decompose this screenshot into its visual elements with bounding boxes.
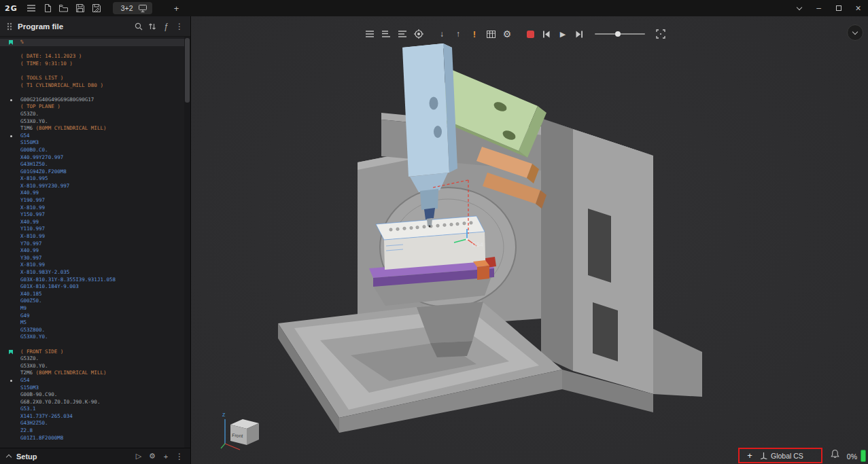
code-line[interactable]: X40.99 — [0, 190, 190, 197]
compact-view-button[interactable] — [395, 26, 410, 41]
code-line[interactable]: G00B0.C0. — [0, 147, 190, 154]
setup-menu-button[interactable]: ⋮ — [173, 450, 186, 463]
simulation-speed-slider[interactable] — [595, 26, 645, 41]
code-line[interactable]: G53Z0. — [0, 111, 190, 118]
scrollbar-thumb[interactable] — [185, 38, 190, 103]
warnings-button[interactable]: ! — [467, 26, 482, 41]
fullscreen-button[interactable] — [653, 26, 668, 41]
close-button[interactable]: × — [848, 0, 868, 16]
add-cs-button[interactable]: + — [740, 450, 760, 461]
drag-handle-icon[interactable] — [7, 22, 12, 31]
code-line[interactable]: Y110.997 — [0, 226, 190, 233]
code-line[interactable]: X-810.983Y-2.035 — [0, 269, 190, 276]
code-line[interactable]: G68.2X0.Y0.Z0.I0.J90.K-90. — [0, 399, 190, 406]
code-line[interactable]: Y30.997 — [0, 255, 190, 262]
code-line[interactable] — [0, 67, 190, 75]
code-line[interactable]: S150M3 — [0, 139, 190, 147]
skip-to-end-button[interactable] — [572, 26, 587, 41]
code-line[interactable]: ( DATE: 14.11.2023 ) — [0, 53, 190, 60]
panel-menu-button[interactable]: ⋮ — [173, 20, 186, 33]
code-line[interactable]: G43H2Z50. — [0, 420, 190, 427]
code-line[interactable]: G53Z800. — [0, 327, 190, 334]
code-line[interactable]: ( TOOLS LIST ) — [0, 75, 190, 82]
code-line[interactable]: G01Z1.8F2000M8 — [0, 435, 190, 442]
setup-settings-button[interactable]: ⚙ — [145, 450, 159, 463]
code-line[interactable]: G00B-90.C90. — [0, 391, 190, 399]
code-line[interactable]: M5 — [0, 319, 190, 327]
code-line[interactable]: Y190.997 — [0, 197, 190, 204]
format-button[interactable]: ƒ — [159, 20, 173, 33]
code-line[interactable]: Z2.8 — [0, 427, 190, 435]
code-line[interactable]: ( TIME: 9:31:10 ) — [0, 60, 190, 68]
code-line[interactable]: ( FRONT SIDE ) — [0, 349, 190, 356]
code-line[interactable]: M9 — [0, 305, 190, 313]
focus-tool-button[interactable] — [411, 26, 426, 41]
code-line[interactable]: X-810.99 — [0, 204, 190, 212]
save-as-button[interactable] — [88, 0, 105, 16]
code-line[interactable] — [0, 89, 190, 96]
new-tab-button[interactable]: + — [170, 3, 184, 14]
slider-knob[interactable] — [615, 31, 621, 37]
program-tab[interactable]: 3+2 — [113, 2, 152, 14]
simulation-settings-button[interactable]: ⚙ — [500, 26, 515, 41]
step-up-button[interactable]: ↑ — [451, 26, 466, 41]
code-line[interactable]: T2M6 (80MM CYLINDRICAL MILL) — [0, 370, 190, 377]
view-cube[interactable]: Z Front — [220, 410, 268, 452]
code-line[interactable]: G49 — [0, 313, 190, 320]
stop-button[interactable] — [523, 26, 538, 41]
viewport-options-button[interactable] — [847, 24, 863, 41]
menu-button[interactable] — [23, 0, 39, 16]
code-line[interactable]: G53.1 — [0, 406, 190, 413]
machine-3d-canvas[interactable]: G54 — [191, 16, 868, 464]
table-view-button[interactable] — [483, 26, 498, 41]
code-line[interactable]: % — [0, 39, 190, 46]
gcode-editor[interactable]: %( DATE: 14.11.2023 )( TIME: 9:31:10 )( … — [0, 37, 190, 448]
code-line[interactable]: ( T1 CYLINDRICAL_MILL D80 ) — [0, 82, 190, 90]
code-line[interactable]: X40.99Y270.997 — [0, 154, 190, 162]
code-line[interactable]: S150M3 — [0, 385, 190, 392]
code-line[interactable]: G54 — [0, 377, 190, 385]
code-line[interactable]: X-810.99Y230.997 — [0, 183, 190, 190]
new-file-button[interactable] — [39, 0, 56, 16]
code-line[interactable]: G53X0.Y0. — [0, 363, 190, 370]
search-button[interactable] — [132, 20, 145, 33]
chevron-up-icon[interactable] — [6, 454, 12, 460]
code-line[interactable]: G00Z50. — [0, 298, 190, 305]
code-line[interactable]: X-810.99 — [0, 233, 190, 240]
titlebar-dropdown-button[interactable] — [789, 0, 809, 16]
step-down-button[interactable]: ↓ — [434, 26, 449, 41]
run-setup-button[interactable]: ▷ — [132, 450, 145, 463]
code-line[interactable]: G01X-810.184Y-9.003 — [0, 283, 190, 291]
program-view-button[interactable] — [362, 26, 377, 41]
add-setup-button[interactable]: + — [159, 450, 173, 463]
notifications-button[interactable] — [831, 449, 839, 461]
global-cs-button[interactable]: Global CS — [760, 452, 803, 460]
code-line[interactable] — [0, 46, 190, 54]
code-line[interactable]: X-810.995 — [0, 175, 190, 183]
block-view-button[interactable] — [379, 26, 394, 41]
code-line[interactable]: G53Z0. — [0, 355, 190, 363]
code-line[interactable]: G53X0.Y0. — [0, 334, 190, 341]
code-line[interactable]: G43H1Z50. — [0, 161, 190, 168]
save-button[interactable] — [72, 0, 88, 16]
minimize-button[interactable]: – — [809, 0, 829, 16]
code-line[interactable]: G54 — [0, 132, 190, 140]
code-line[interactable]: ( TOP PLANE ) — [0, 103, 190, 111]
maximize-button[interactable] — [829, 0, 848, 16]
code-line[interactable]: G00G21G40G49G69G80G90G17 — [0, 96, 190, 104]
code-line[interactable]: Y70.997 — [0, 240, 190, 248]
code-line[interactable]: T1M6 (80MM CYLINDRICAL MILL) — [0, 125, 190, 132]
code-line[interactable] — [0, 341, 190, 349]
code-line[interactable]: G03X-810.31Y-8.355I39.931J1.058 — [0, 276, 190, 284]
code-line[interactable]: X40.99 — [0, 247, 190, 255]
code-scrollbar[interactable] — [184, 37, 190, 448]
code-line[interactable]: X-810.99 — [0, 262, 190, 269]
skip-to-start-button[interactable] — [539, 26, 554, 41]
open-file-button[interactable] — [56, 0, 72, 16]
code-line[interactable]: Y150.997 — [0, 211, 190, 219]
code-line[interactable]: X40.185 — [0, 291, 190, 298]
code-line[interactable]: G01G94Z0.F200M8 — [0, 168, 190, 176]
goto-line-button[interactable] — [145, 20, 159, 33]
code-line[interactable]: X141.737Y-265.034 — [0, 413, 190, 421]
play-button[interactable]: ▶ — [555, 26, 570, 41]
